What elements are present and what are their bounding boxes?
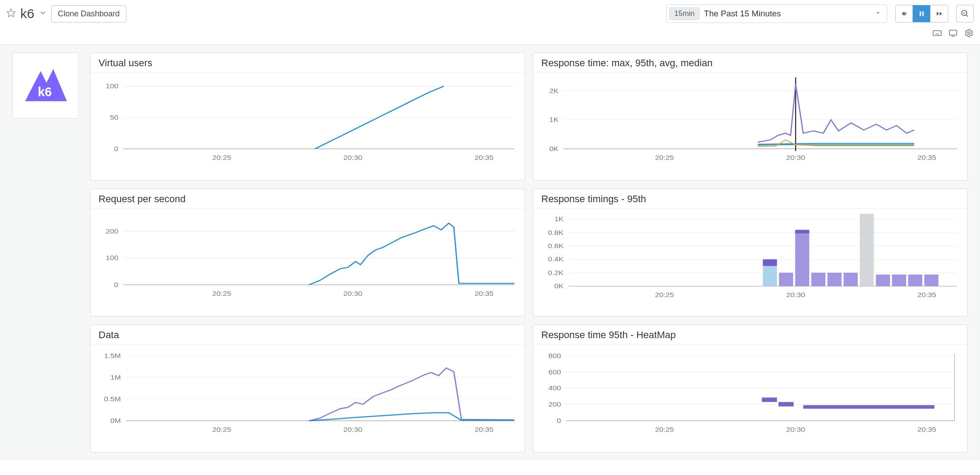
step-forward-button[interactable] bbox=[931, 5, 948, 23]
step-back-button[interactable] bbox=[895, 5, 913, 23]
svg-text:100: 100 bbox=[106, 82, 118, 90]
svg-rect-68 bbox=[843, 273, 858, 286]
svg-text:20:25: 20:25 bbox=[212, 426, 231, 433]
svg-rect-70 bbox=[876, 275, 890, 286]
svg-text:20:25: 20:25 bbox=[212, 290, 231, 297]
svg-line-5 bbox=[966, 15, 968, 17]
svg-text:20:25: 20:25 bbox=[212, 154, 231, 161]
clone-dashboard-button[interactable]: Clone Dashboard bbox=[51, 5, 126, 23]
pause-button[interactable] bbox=[913, 5, 931, 23]
panel-body: 1K 0.8K 0.6K 0.4K 0.2K 0K 20:25 20:30 20… bbox=[533, 209, 967, 316]
svg-text:0.4K: 0.4K bbox=[548, 255, 563, 263]
svg-rect-61 bbox=[763, 266, 777, 287]
svg-text:20:25: 20:25 bbox=[655, 426, 674, 433]
svg-text:100: 100 bbox=[106, 254, 118, 261]
svg-rect-67 bbox=[828, 273, 842, 286]
svg-text:20:35: 20:35 bbox=[917, 154, 936, 161]
k6-logo: k6 bbox=[12, 53, 79, 119]
toolbar: k6 Clone Dashboard 15min The Past 15 Min… bbox=[0, 0, 980, 26]
svg-text:0M: 0M bbox=[110, 417, 121, 424]
svg-rect-13 bbox=[950, 30, 957, 35]
gear-icon[interactable] bbox=[964, 28, 974, 40]
time-range-label: The Past 15 Minutes bbox=[704, 9, 870, 19]
svg-rect-66 bbox=[811, 273, 825, 286]
playback-controls bbox=[895, 5, 948, 23]
time-range-picker[interactable]: 15min The Past 15 Minutes bbox=[666, 4, 887, 23]
keyboard-icon[interactable] bbox=[932, 28, 942, 40]
svg-rect-64 bbox=[795, 231, 809, 287]
svg-text:20:25: 20:25 bbox=[655, 291, 674, 298]
svg-text:200: 200 bbox=[548, 400, 561, 408]
panel-title: Response time 95th - HeatMap bbox=[533, 325, 967, 345]
svg-text:20:30: 20:30 bbox=[786, 426, 805, 433]
svg-text:k6: k6 bbox=[38, 85, 52, 99]
svg-text:0.8K: 0.8K bbox=[548, 229, 563, 236]
svg-rect-1 bbox=[919, 11, 921, 16]
svg-text:400: 400 bbox=[548, 384, 561, 392]
panel-request-per-second[interactable]: Request per second 200 100 0 20:25 20:30… bbox=[90, 188, 525, 317]
panel-data[interactable]: Data 1.5M 1M 0.5M 0M 20:25 20:30 20:35 bbox=[90, 324, 525, 452]
svg-text:800: 800 bbox=[548, 352, 561, 359]
svg-text:20:35: 20:35 bbox=[475, 154, 494, 161]
svg-text:0K: 0K bbox=[549, 145, 558, 152]
svg-rect-71 bbox=[892, 275, 906, 286]
svg-rect-62 bbox=[763, 259, 777, 266]
svg-text:1.5M: 1.5M bbox=[104, 352, 121, 359]
svg-rect-100 bbox=[779, 402, 794, 407]
svg-text:20:35: 20:35 bbox=[917, 291, 936, 298]
caret-down-icon bbox=[874, 9, 881, 18]
time-range-badge: 15min bbox=[669, 8, 699, 20]
svg-text:1K: 1K bbox=[549, 116, 558, 123]
svg-rect-73 bbox=[924, 275, 938, 286]
svg-text:0.5M: 0.5M bbox=[104, 395, 121, 403]
dashboard-title[interactable]: k6 bbox=[20, 6, 34, 21]
svg-text:20:30: 20:30 bbox=[343, 290, 362, 297]
svg-text:0.6K: 0.6K bbox=[548, 242, 563, 249]
panel-body: 800 600 400 200 0 20:25 20:30 20:35 bbox=[533, 345, 967, 452]
svg-rect-69 bbox=[860, 214, 874, 286]
panel-body: 1.5M 1M 0.5M 0M 20:25 20:30 20:35 bbox=[91, 345, 524, 452]
svg-text:0: 0 bbox=[114, 281, 118, 288]
svg-text:200: 200 bbox=[106, 227, 118, 235]
panel-title: Response time: max, 95th, avg, median bbox=[533, 53, 967, 73]
panel-title: Virtual users bbox=[91, 53, 524, 73]
svg-text:20:35: 20:35 bbox=[475, 426, 494, 433]
svg-rect-65 bbox=[795, 230, 809, 234]
panel-virtual-users[interactable]: Virtual users 100 50 0 20:25 20:30 20:35 bbox=[90, 53, 525, 181]
tv-icon[interactable] bbox=[948, 28, 958, 40]
panel-title: Request per second bbox=[91, 189, 524, 209]
chevron-down-icon[interactable] bbox=[39, 9, 47, 19]
svg-text:20:35: 20:35 bbox=[475, 290, 494, 297]
svg-text:0.2K: 0.2K bbox=[548, 269, 563, 276]
svg-text:0K: 0K bbox=[555, 282, 564, 290]
svg-text:20:30: 20:30 bbox=[343, 426, 362, 433]
svg-text:0: 0 bbox=[114, 145, 118, 152]
svg-marker-0 bbox=[7, 9, 15, 17]
svg-rect-6 bbox=[933, 31, 941, 36]
svg-text:50: 50 bbox=[110, 113, 118, 121]
panel-grid: Virtual users 100 50 0 20:25 20:30 20:35… bbox=[90, 53, 968, 452]
panel-body: 2K 1K 0K 20:25 20:30 20:35 bbox=[533, 73, 967, 180]
zoom-out-button[interactable] bbox=[956, 5, 974, 23]
svg-point-15 bbox=[968, 32, 970, 34]
panel-response-time[interactable]: Response time: max, 95th, avg, median 2K… bbox=[533, 53, 968, 181]
svg-text:1K: 1K bbox=[555, 215, 564, 222]
svg-rect-99 bbox=[762, 397, 777, 402]
dashboard-body: k6 Virtual users 100 50 0 20:25 20:30 20… bbox=[0, 45, 980, 460]
star-icon[interactable] bbox=[6, 8, 16, 19]
panel-body: 100 50 0 20:25 20:30 20:35 bbox=[91, 73, 524, 180]
svg-text:20:30: 20:30 bbox=[786, 154, 805, 161]
svg-text:20:25: 20:25 bbox=[655, 154, 674, 161]
svg-rect-72 bbox=[908, 275, 922, 286]
svg-text:20:35: 20:35 bbox=[917, 426, 936, 433]
panel-title: Data bbox=[91, 325, 524, 345]
svg-rect-2 bbox=[922, 11, 923, 16]
svg-text:600: 600 bbox=[548, 368, 561, 376]
svg-text:0: 0 bbox=[557, 417, 561, 424]
svg-text:2K: 2K bbox=[549, 87, 558, 94]
svg-text:20:30: 20:30 bbox=[786, 291, 805, 298]
svg-rect-63 bbox=[779, 273, 793, 286]
svg-text:1M: 1M bbox=[110, 373, 121, 381]
panel-response-time-95th-heatmap[interactable]: Response time 95th - HeatMap 800 600 400… bbox=[533, 324, 968, 452]
panel-response-timings-95th[interactable]: Response timings - 95th 1K 0.8K 0.6K 0.4… bbox=[533, 188, 968, 317]
